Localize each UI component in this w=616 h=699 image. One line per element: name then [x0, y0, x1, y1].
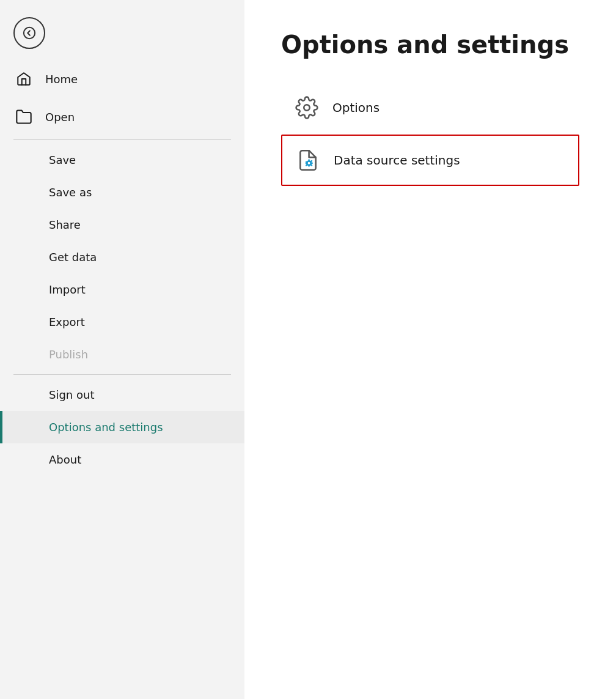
sidebar-item-open-label: Open [45, 111, 75, 124]
page-title: Options and settings [281, 31, 579, 59]
back-button[interactable] [13, 17, 45, 49]
sidebar: Home Open Save Save as Share Get data Im… [0, 0, 244, 699]
sidebar-item-save-as[interactable]: Save as [0, 176, 244, 209]
data-source-icon [295, 147, 321, 174]
sidebar-item-home[interactable]: Home [0, 60, 244, 98]
options-settings-item[interactable]: Options [281, 83, 579, 132]
sidebar-item-options-and-settings[interactable]: Options and settings [0, 411, 244, 443]
sidebar-item-get-data[interactable]: Get data [0, 241, 244, 273]
divider-bottom [13, 374, 231, 375]
sidebar-item-publish[interactable]: Publish [0, 338, 244, 371]
folder-icon [13, 106, 34, 127]
svg-point-1 [304, 105, 310, 111]
sidebar-item-share[interactable]: Share [0, 209, 244, 241]
sidebar-item-about[interactable]: About [0, 443, 244, 476]
sidebar-item-save[interactable]: Save [0, 144, 244, 176]
home-icon [13, 68, 34, 89]
divider-top [13, 139, 231, 140]
main-content: Options and settings Options Data source… [244, 0, 616, 699]
data-source-settings-item[interactable]: Data source settings [281, 135, 579, 186]
sidebar-item-home-label: Home [45, 73, 78, 86]
options-label: Options [332, 100, 380, 115]
svg-point-2 [307, 161, 310, 165]
data-source-settings-label: Data source settings [334, 153, 460, 168]
gear-icon [293, 94, 320, 121]
sidebar-item-sign-out[interactable]: Sign out [0, 379, 244, 411]
sidebar-item-import[interactable]: Import [0, 273, 244, 306]
sidebar-item-export[interactable]: Export [0, 306, 244, 338]
sidebar-item-open[interactable]: Open [0, 98, 244, 136]
svg-point-0 [24, 28, 35, 39]
